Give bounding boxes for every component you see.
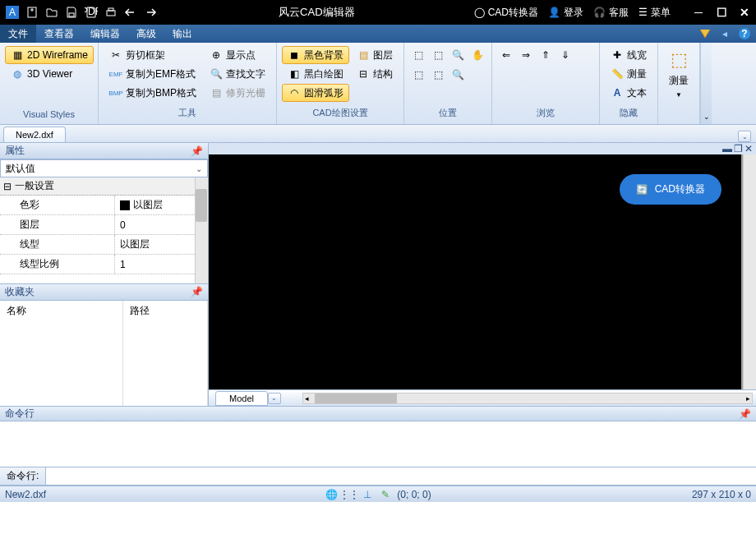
model-tab[interactable]: Model [215,391,268,406]
cad-converter-link[interactable]: ◯CAD转换器 [474,6,538,20]
ortho-icon[interactable]: ⊥ [361,488,374,501]
group-cad-settings: CAD绘图设置 [282,105,399,121]
viewer-3d-button[interactable]: ◍3D Viewer [5,65,94,83]
arc-icon: ◠ [288,86,301,99]
scissors-icon: ✂ [109,48,122,62]
wireframe-icon: ▦ [11,48,24,62]
canvas-close-icon[interactable]: ✕ [744,143,753,154]
save-pdf-icon[interactable]: PDF [82,3,100,21]
chevron-down-icon: ⌄ [196,164,202,173]
group-browse: 浏览 [497,105,594,121]
pin-icon[interactable]: 📌 [191,286,203,297]
menu-link[interactable]: ☰菜单 [638,6,671,20]
menu-output[interactable]: 输出 [164,25,201,43]
wireframe-2d-button[interactable]: ▦2D Wireframe [5,46,94,64]
pin-icon[interactable]: 📌 [739,408,751,420]
show-point-button[interactable]: ⊕显示点 [204,46,271,64]
print-icon[interactable] [102,3,120,21]
title-bar: A PDF 风云CAD编辑器 ◯CAD转换器 👤登录 🎧客服 ☰菜单 ─ ☐ ✕ [0,0,756,25]
properties-scrollbar[interactable] [195,177,208,283]
layer-button[interactable]: ▤图层 [351,46,399,64]
nav-down-icon[interactable]: ⇓ [556,46,574,64]
menu-viewer[interactable]: 查看器 [36,25,82,43]
pos-btn-2[interactable]: ⬚ [429,46,447,64]
snap-icon[interactable]: ✎ [379,488,392,501]
ribbon-expand-button[interactable]: ⌄ [700,43,712,124]
grid-icon[interactable]: ⋮⋮ [343,488,356,501]
drawing-canvas[interactable]: 🔄 CAD转换器 [209,154,741,389]
command-history [0,421,756,467]
cut-frame-button[interactable]: ✂剪切框架 [104,46,202,64]
menu-file[interactable]: 文件 [0,25,36,43]
smooth-arc-button[interactable]: ◠圆滑弧形 [282,84,349,102]
command-label: 命令行: [0,467,46,485]
prop-category-general[interactable]: ⊟一般设置 [0,177,208,196]
nav-btn-5[interactable] [576,46,594,64]
pos-btn-6[interactable]: ⬚ [429,66,447,84]
nav-up-icon[interactable]: ⇑ [537,46,555,64]
linewidth-icon: ✚ [611,48,624,62]
trim-raster-button[interactable]: ▤修剪光栅 [204,84,271,102]
zoom-in-icon[interactable]: 🔍 [449,46,467,64]
menu-advanced[interactable]: 高级 [128,25,164,43]
bw-icon: ◧ [288,67,301,81]
layout-dropdown[interactable]: ⌄ [268,393,281,404]
pos-btn-5[interactable]: ⬚ [409,66,427,84]
find-text-button[interactable]: 🔍查找文字 [204,65,271,83]
copy-bmp-button[interactable]: BMP复制为BMP格式 [104,84,202,102]
black-bg-button[interactable]: ◼黑色背景 [282,46,349,64]
login-link[interactable]: 👤登录 [548,6,583,20]
canvas-vscrollbar[interactable] [743,154,756,389]
save-icon[interactable] [62,3,81,21]
measure-big-button[interactable]: ⬚ 测量 ▼ [663,46,694,102]
canvas-restore-icon[interactable]: ❐ [734,143,743,154]
minimize-button[interactable]: ─ [690,4,707,21]
cube-icon: ◍ [11,67,24,81]
cad-converter-float-button[interactable]: 🔄 CAD转换器 [620,174,721,205]
canvas-hscrollbar[interactable]: ◂▸ [302,393,753,404]
canvas-minimize-icon[interactable]: ▬ [722,143,732,154]
nav-right-icon[interactable]: ⇒ [517,46,535,64]
style-dropdown-icon[interactable] [697,26,713,41]
properties-selector[interactable]: 默认值⌄ [0,159,208,177]
globe-icon[interactable]: 🌐 [325,488,338,501]
service-link[interactable]: 🎧客服 [593,6,629,20]
user-icon: 👤 [548,7,560,18]
measure-button[interactable]: 📏测量 [605,65,652,83]
prop-key-color: 色彩 [0,196,115,215]
structure-button[interactable]: ⊟结构 [351,65,399,83]
maximize-button[interactable]: ☐ [713,4,730,21]
pin-icon[interactable]: 📌 [191,145,203,157]
prop-key-linetype: 线型 [0,235,115,255]
prev-icon[interactable]: ◂ [717,26,733,41]
menu-editor[interactable]: 编辑器 [82,25,128,43]
group-tools: 工具 [104,105,271,121]
pos-btn-1[interactable]: ⬚ [409,46,427,64]
pan-icon[interactable]: ✋ [468,46,486,64]
redo-icon[interactable] [141,3,159,21]
help-icon[interactable]: ? [736,26,753,41]
undo-icon[interactable] [122,3,140,21]
zoom-out-icon[interactable]: 🔍 [449,66,467,84]
command-input[interactable] [46,467,756,485]
pos-btn-8[interactable] [468,66,486,84]
svg-text:PDF: PDF [85,6,98,17]
file-tab[interactable]: New2.dxf [3,127,66,142]
prop-key-linescale: 线型比例 [0,255,115,274]
emf-icon: EMF [109,67,122,81]
collapse-icon: ⊟ [3,181,12,192]
nav-left-icon[interactable]: ⇐ [497,46,515,64]
text-button[interactable]: A文本 [605,84,652,102]
group-position: 位置 [409,105,486,121]
new-icon[interactable] [23,3,41,21]
bw-draw-button[interactable]: ◧黑白绘图 [282,65,349,83]
svg-rect-7 [107,11,115,16]
copy-emf-button[interactable]: EMF复制为EMF格式 [104,65,202,83]
close-button[interactable]: ✕ [736,4,753,21]
filetab-dropdown[interactable]: ⌄ [738,131,751,142]
ribbon-toolbar: ▦2D Wireframe ◍3D Viewer Visual Styles ✂… [0,43,756,125]
line-width-button[interactable]: ✚线宽 [605,46,652,64]
blackbg-icon: ◼ [288,48,301,62]
text-icon: A [611,86,624,99]
open-icon[interactable] [43,3,61,21]
